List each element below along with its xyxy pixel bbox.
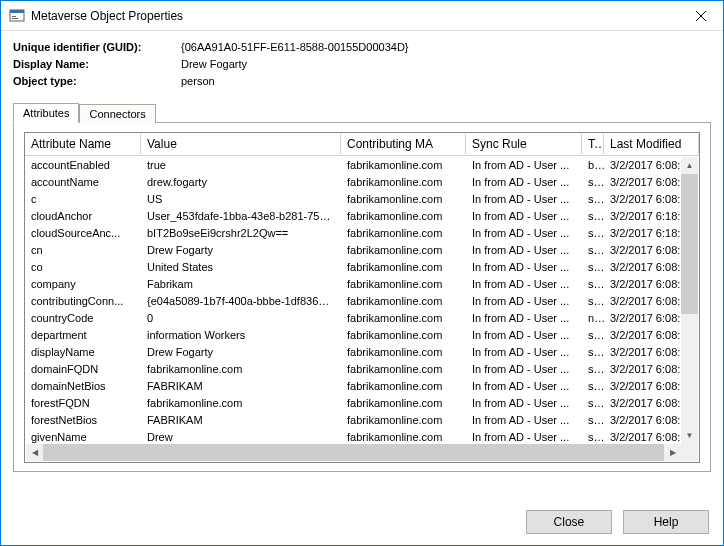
close-button[interactable]: Close	[526, 510, 612, 534]
object-type-value: person	[181, 73, 215, 90]
svg-rect-2	[12, 16, 16, 17]
tab-connectors[interactable]: Connectors	[79, 104, 155, 123]
table-row[interactable]: accountEnabledtruefabrikamonline.comIn f…	[25, 156, 699, 173]
table-row[interactable]: cloudSourceAnc...bIT2Bo9seEi9crshr2L2Qw=…	[25, 224, 699, 241]
cell-t: s...	[582, 278, 604, 290]
scroll-up-icon[interactable]: ▲	[681, 157, 698, 174]
cell-ma: fabrikamonline.com	[341, 312, 466, 324]
cell-sync: In from AD - User ...	[466, 244, 582, 256]
cell-val: true	[141, 159, 341, 171]
help-button[interactable]: Help	[623, 510, 709, 534]
scroll-down-icon[interactable]: ▼	[681, 427, 698, 444]
cell-val: {e04a5089-1b7f-400a-bbbe-1df836658...	[141, 295, 341, 307]
cell-ma: fabrikamonline.com	[341, 363, 466, 375]
cell-val: United States	[141, 261, 341, 273]
tab-attributes[interactable]: Attributes	[13, 103, 79, 123]
table-row[interactable]: coUnited Statesfabrikamonline.comIn from…	[25, 258, 699, 275]
table-row[interactable]: departmentinformation Workersfabrikamonl…	[25, 326, 699, 343]
cell-sync: In from AD - User ...	[466, 210, 582, 222]
table-row[interactable]: cnDrew Fogartyfabrikamonline.comIn from …	[25, 241, 699, 258]
cell-val: Fabrikam	[141, 278, 341, 290]
cell-ma: fabrikamonline.com	[341, 244, 466, 256]
table-row[interactable]: accountNamedrew.fogartyfabrikamonline.co…	[25, 173, 699, 190]
scroll-thumb-vertical[interactable]	[681, 174, 698, 314]
table-row[interactable]: givenNameDrewfabrikamonline.comIn from A…	[25, 428, 699, 444]
app-icon	[9, 8, 25, 24]
scroll-left-icon[interactable]: ◀	[26, 444, 43, 461]
horizontal-scrollbar[interactable]: ◀ ▶	[26, 444, 681, 461]
guid-label: Unique identifier (GUID):	[13, 39, 181, 56]
cell-val: US	[141, 193, 341, 205]
cell-sync: In from AD - User ...	[466, 414, 582, 426]
table-row[interactable]: displayNameDrew Fogartyfabrikamonline.co…	[25, 343, 699, 360]
cell-sync: In from AD - User ...	[466, 193, 582, 205]
cell-val: Drew	[141, 431, 341, 443]
cell-t: s...	[582, 244, 604, 256]
cell-attr: company	[25, 278, 141, 290]
cell-val: information Workers	[141, 329, 341, 341]
scroll-right-icon[interactable]: ▶	[664, 444, 681, 461]
cell-ma: fabrikamonline.com	[341, 210, 466, 222]
cell-val: bIT2Bo9seEi9crshr2L2Qw==	[141, 227, 341, 239]
cell-t: s...	[582, 380, 604, 392]
table-row[interactable]: cUSfabrikamonline.comIn from AD - User .…	[25, 190, 699, 207]
header-contributing-ma[interactable]: Contributing MA	[341, 134, 466, 154]
cell-t: s...	[582, 363, 604, 375]
cell-sync: In from AD - User ...	[466, 380, 582, 392]
table-row[interactable]: domainFQDNfabrikamonline.comfabrikamonli…	[25, 360, 699, 377]
cell-attr: domainFQDN	[25, 363, 141, 375]
cell-t: s...	[582, 329, 604, 341]
table-row[interactable]: cloudAnchorUser_453fdafe-1bba-43e8-b281-…	[25, 207, 699, 224]
cell-sync: In from AD - User ...	[466, 329, 582, 341]
cell-attr: forestFQDN	[25, 397, 141, 409]
object-type-label: Object type:	[13, 73, 181, 90]
cell-ma: fabrikamonline.com	[341, 278, 466, 290]
button-bar: Close Help	[0, 500, 724, 546]
cell-t: s...	[582, 176, 604, 188]
cell-val: FABRIKAM	[141, 380, 341, 392]
vertical-scrollbar[interactable]: ▲ ▼	[681, 157, 698, 444]
display-name-label: Display Name:	[13, 56, 181, 73]
scroll-thumb-horizontal[interactable]	[43, 444, 664, 461]
cell-t: s...	[582, 193, 604, 205]
cell-sync: In from AD - User ...	[466, 278, 582, 290]
grid-body[interactable]: accountEnabledtruefabrikamonline.comIn f…	[25, 156, 699, 444]
cell-val: drew.fogarty	[141, 176, 341, 188]
cell-attr: c	[25, 193, 141, 205]
cell-sync: In from AD - User ...	[466, 431, 582, 443]
table-row[interactable]: countryCode0fabrikamonline.comIn from AD…	[25, 309, 699, 326]
attributes-grid: Attribute Name Value Contributing MA Syn…	[24, 132, 700, 463]
cell-ma: fabrikamonline.com	[341, 397, 466, 409]
table-row[interactable]: contributingConn...{e04a5089-1b7f-400a-b…	[25, 292, 699, 309]
window-close-button[interactable]	[678, 1, 723, 31]
header-sync-rule[interactable]: Sync Rule	[466, 134, 582, 154]
cell-t: s...	[582, 431, 604, 443]
header-type[interactable]: T...	[582, 134, 604, 154]
cell-ma: fabrikamonline.com	[341, 193, 466, 205]
cell-sync: In from AD - User ...	[466, 346, 582, 358]
cell-t: s...	[582, 295, 604, 307]
table-row[interactable]: companyFabrikamfabrikamonline.comIn from…	[25, 275, 699, 292]
cell-sync: In from AD - User ...	[466, 227, 582, 239]
cell-t: s...	[582, 414, 604, 426]
cell-val: 0	[141, 312, 341, 324]
table-row[interactable]: forestNetBiosFABRIKAMfabrikamonline.comI…	[25, 411, 699, 428]
cell-attr: givenName	[25, 431, 141, 443]
header-last-modified[interactable]: Last Modified	[604, 134, 699, 154]
cell-attr: cloudAnchor	[25, 210, 141, 222]
cell-val: Drew Fogarty	[141, 346, 341, 358]
cell-ma: fabrikamonline.com	[341, 329, 466, 341]
header-attribute-name[interactable]: Attribute Name	[25, 134, 141, 154]
table-row[interactable]: domainNetBiosFABRIKAMfabrikamonline.comI…	[25, 377, 699, 394]
table-row[interactable]: forestFQDNfabrikamonline.comfabrikamonli…	[25, 394, 699, 411]
cell-t: s...	[582, 210, 604, 222]
cell-ma: fabrikamonline.com	[341, 176, 466, 188]
cell-sync: In from AD - User ...	[466, 176, 582, 188]
scroll-corner	[681, 444, 698, 461]
cell-attr: accountName	[25, 176, 141, 188]
cell-t: b...	[582, 159, 604, 171]
header-value[interactable]: Value	[141, 134, 341, 154]
cell-val: User_453fdafe-1bba-43e8-b281-75273...	[141, 210, 341, 222]
cell-attr: contributingConn...	[25, 295, 141, 307]
cell-ma: fabrikamonline.com	[341, 414, 466, 426]
